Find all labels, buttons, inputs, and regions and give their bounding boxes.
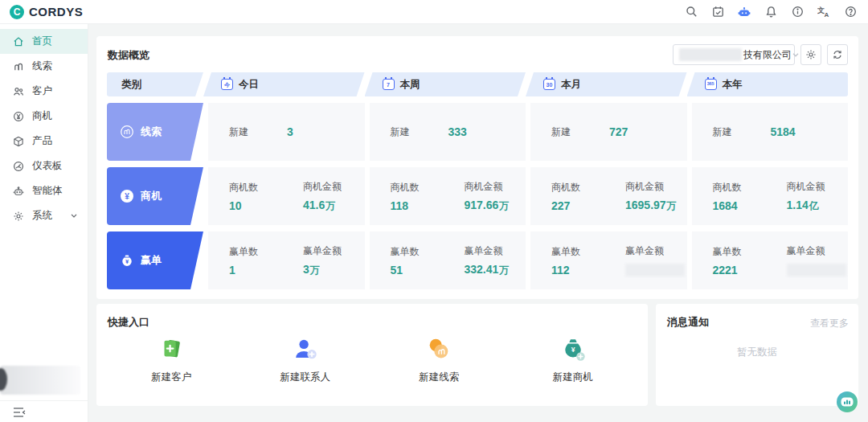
- quick-entry-label: 新建商机: [553, 371, 593, 384]
- yen-circle-icon: [13, 111, 24, 122]
- table-row-leads: 线索 新建3 新建333 新建727 新建5184: [107, 103, 848, 161]
- gauge-icon: [13, 161, 24, 172]
- gear-icon: [13, 211, 24, 222]
- row-label-opportunities: ¥ 商机: [107, 167, 203, 225]
- sidebar-item-label: 系统: [32, 209, 52, 223]
- data-overview-card: 数据概览 技有限公司 类别 今 今日 7 本周 30: [96, 36, 858, 299]
- calendar-week-icon: 7: [383, 79, 395, 90]
- sidebar-item-label: 仪表板: [32, 159, 63, 173]
- new-lead-icon: [425, 336, 452, 363]
- cell-leads-today: 新建3: [208, 103, 365, 161]
- redacted-company-prefix: [679, 48, 742, 61]
- company-select[interactable]: 技有限公司: [673, 44, 795, 65]
- money-bag-icon: ¥: [120, 253, 134, 268]
- brand-logo-icon: C: [10, 5, 24, 19]
- svg-text:¥: ¥: [571, 346, 575, 354]
- sidebar-item-label: 智能体: [32, 184, 63, 198]
- sidebar-item-label: 线索: [32, 59, 52, 73]
- sidebar-item-dashboard[interactable]: 仪表板: [0, 154, 88, 178]
- table-row-won: ¥ 赢单 赢单数1 赢单金额3万 赢单数51 赢单金额332.41万 赢单数11…: [107, 231, 848, 289]
- cell-opp-year: 商机数1684 商机金额1.14亿: [692, 167, 849, 225]
- quick-new-opportunity[interactable]: ¥ 新建商机: [506, 336, 641, 384]
- help-icon[interactable]: [844, 6, 857, 18]
- menu-collapse-icon[interactable]: [13, 407, 26, 418]
- ai-assistant-fab[interactable]: [836, 391, 858, 413]
- cell-leads-year: 新建5184: [692, 103, 849, 161]
- calendar-month-icon: 30: [543, 79, 555, 90]
- sidebar-item-leads[interactable]: 线索: [0, 54, 88, 79]
- sidebar: 首页 线索 客户 商机 产品 仪表板 智能体 系统: [0, 24, 88, 422]
- col-header-category: 类别: [107, 72, 203, 96]
- redacted-value: [787, 264, 846, 277]
- sidebar-item-system[interactable]: 系统: [0, 203, 88, 228]
- quick-entry-card: 快捷入口 新建客户 新建联系人 新建线索 ¥ 新建商机: [96, 304, 648, 406]
- redacted-user-info: [0, 366, 80, 395]
- leads-icon: [13, 61, 24, 72]
- view-more-link[interactable]: 查看更多: [810, 317, 849, 330]
- yen-coin-icon: ¥: [120, 189, 134, 203]
- overview-title: 数据概览: [108, 48, 149, 63]
- row-label-won: ¥ 赢单: [107, 231, 203, 289]
- cell-leads-week: 新建333: [370, 103, 526, 161]
- settings-button[interactable]: [800, 44, 821, 65]
- sidebar-divider: [0, 400, 88, 401]
- table-header-row: 类别 今 今日 7 本周 30 本月 365 本年: [107, 72, 848, 96]
- package-icon: [13, 136, 24, 147]
- info-icon[interactable]: [791, 6, 804, 18]
- cell-won-year: 赢单数2221 赢单金额: [692, 231, 849, 289]
- redacted-value: [625, 264, 685, 277]
- sidebar-item-label: 产品: [32, 134, 52, 148]
- calendar-today-icon: 今: [221, 79, 233, 90]
- quick-entry-label: 新建客户: [151, 371, 191, 384]
- brand-logo-text: CORDYS: [29, 5, 83, 18]
- quick-entry-label: 新建线索: [419, 371, 459, 384]
- leads-row-icon: [120, 125, 134, 139]
- table-row-opportunities: ¥ 商机 商机数10 商机金额41.6万 商机数118 商机金额917.66万 …: [107, 167, 848, 225]
- col-header-today: 今 今日: [203, 72, 365, 96]
- company-select-value: 技有限公司: [743, 48, 792, 62]
- ai-robot-icon[interactable]: [738, 6, 751, 18]
- overview-table: 类别 今 今日 7 本周 30 本月 365 本年: [107, 72, 848, 289]
- notifications-title: 消息通知: [667, 315, 709, 330]
- new-customer-icon: [158, 336, 185, 363]
- sidebar-item-home[interactable]: 首页: [0, 29, 88, 54]
- svg-text:¥: ¥: [125, 192, 129, 201]
- sidebar-item-label: 客户: [32, 84, 52, 98]
- quick-entry-grid: 新建客户 新建联系人 新建线索 ¥ 新建商机: [104, 336, 640, 384]
- overview-controls: 技有限公司: [673, 44, 848, 65]
- notification-bell-icon[interactable]: [764, 6, 777, 18]
- topbar-icons: 文A: [685, 6, 857, 18]
- home-icon: [13, 36, 24, 47]
- sidebar-item-label: 商机: [32, 109, 52, 123]
- chevron-down-icon: [792, 49, 800, 61]
- cell-won-month: 赢单数112 赢单金额: [530, 231, 687, 289]
- sidebar-item-agent[interactable]: 智能体: [0, 178, 88, 203]
- quick-new-contact[interactable]: 新建联系人: [239, 336, 373, 384]
- brand-logo: C CORDYS: [10, 5, 83, 19]
- quick-entry-label: 新建联系人: [280, 371, 331, 384]
- calendar-schedule-icon[interactable]: [711, 6, 724, 18]
- chevron-down-icon: [70, 211, 78, 222]
- quick-entry-title: 快捷入口: [108, 315, 149, 330]
- translate-icon[interactable]: 文A: [817, 6, 830, 18]
- quick-new-customer[interactable]: 新建客户: [104, 336, 239, 384]
- col-header-year: 365 本年: [687, 72, 849, 96]
- col-header-week: 7 本周: [365, 72, 526, 96]
- sidebar-item-opportunities[interactable]: 商机: [0, 104, 88, 129]
- robot-icon: [13, 186, 24, 197]
- svg-text:A: A: [825, 11, 829, 18]
- customers-icon: [13, 86, 24, 97]
- new-contact-icon: [292, 336, 319, 363]
- col-header-month: 30 本月: [526, 72, 687, 96]
- sidebar-item-customers[interactable]: 客户: [0, 79, 88, 104]
- sidebar-item-products[interactable]: 产品: [0, 129, 88, 154]
- empty-state-text: 暂无数据: [656, 346, 858, 359]
- cell-won-week: 赢单数51 赢单金额332.41万: [370, 231, 526, 289]
- refresh-button[interactable]: [827, 44, 848, 65]
- cell-opp-today: 商机数10 商机金额41.6万: [208, 167, 365, 225]
- search-icon[interactable]: [685, 6, 698, 18]
- new-opportunity-icon: ¥: [559, 336, 587, 363]
- cell-opp-week: 商机数118 商机金额917.66万: [370, 167, 526, 225]
- quick-new-lead[interactable]: 新建线索: [372, 336, 506, 384]
- notifications-card: 消息通知 查看更多 暂无数据: [656, 304, 858, 406]
